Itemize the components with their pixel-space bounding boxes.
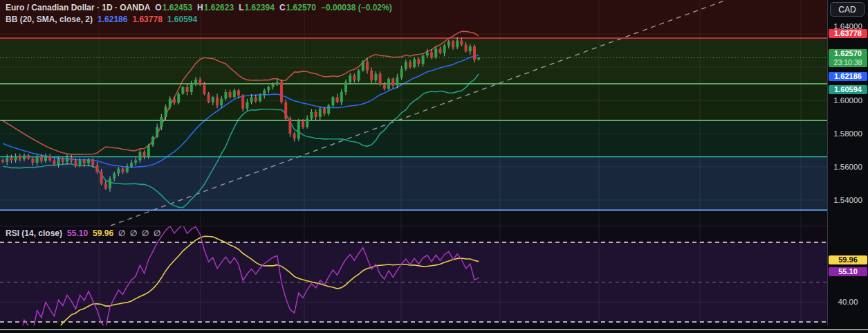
bb-basis-price-label: 1.62186 — [829, 72, 867, 81]
bb-lower-price-label: 1.60594 — [829, 85, 867, 94]
bb-upper-value: 1.63778 — [132, 15, 162, 24]
rsi-ma-axis-label: 59.96 — [829, 255, 867, 264]
rsi-legend-row[interactable]: RSI (14, close) 55.10 59.96 ∅ ∅ ∅ ∅ — [6, 228, 160, 238]
high-label: H — [197, 3, 203, 12]
price-tick-1-54000: 1.54000 — [828, 195, 868, 205]
change-value: −0.00038 (−0.02%) — [321, 3, 392, 12]
rsi-value: 55.10 — [67, 228, 88, 238]
close-value: 1.62570 — [286, 3, 316, 12]
rsi-indicator-title[interactable]: RSI (14, close) — [6, 228, 62, 238]
price-tick-1-58000: 1.58000 — [828, 129, 868, 138]
last-price-label: 1.62570 23:10:38 — [829, 49, 867, 67]
rsi-ma-value: 59.96 — [93, 228, 113, 238]
low-label: L — [239, 3, 243, 12]
bb-indicator-title[interactable]: BB (20, SMA, close, 2) — [6, 15, 93, 24]
rsi-band-fill — [0, 242, 827, 322]
price-chart-canvas[interactable] — [0, 0, 827, 226]
price-tick-1-56000: 1.56000 — [828, 162, 868, 172]
time-axis-separator[interactable] — [0, 325, 868, 333]
price-axis[interactable]: CAD 1.64000 1.60000 1.58000 1.56000 1.54… — [827, 0, 868, 333]
pane-divider[interactable] — [0, 226, 827, 226]
bb-basis-value: 1.62186 — [98, 15, 127, 24]
bar-countdown-timer: 23:10:38 — [829, 58, 867, 66]
bb-legend-row[interactable]: BB (20, SMA, close, 2) 1.62186 1.63778 1… — [6, 15, 197, 24]
open-label: O — [155, 3, 161, 12]
trading-chart-window: Euro / Canadian Dollar · 1D · OANDA O1.6… — [0, 0, 868, 333]
rsi-tick-40: 40.00 — [828, 297, 868, 307]
rsi-hidden-values: ∅ ∅ ∅ ∅ — [118, 228, 160, 238]
symbol-title[interactable]: Euro / Canadian Dollar · 1D · OANDA — [6, 3, 150, 12]
symbol-legend-row[interactable]: Euro / Canadian Dollar · 1D · OANDA O1.6… — [6, 3, 392, 12]
rsi-value-axis-label: 55.10 — [829, 267, 867, 276]
open-value: 1.62453 — [163, 3, 192, 12]
bb-lower-value: 1.60594 — [167, 15, 197, 24]
bb-upper-price-label: 1.63778 — [829, 29, 867, 38]
low-value: 1.62394 — [245, 3, 275, 12]
high-value: 1.62623 — [204, 3, 234, 12]
last-price-value: 1.62570 — [834, 49, 862, 57]
price-tick-1-60000: 1.60000 — [828, 96, 868, 105]
close-label: C — [279, 3, 286, 12]
separator-highlight-line — [0, 329, 868, 330]
currency-toggle-button[interactable]: CAD — [830, 2, 865, 17]
rsi-pane-canvas[interactable] — [0, 226, 827, 325]
